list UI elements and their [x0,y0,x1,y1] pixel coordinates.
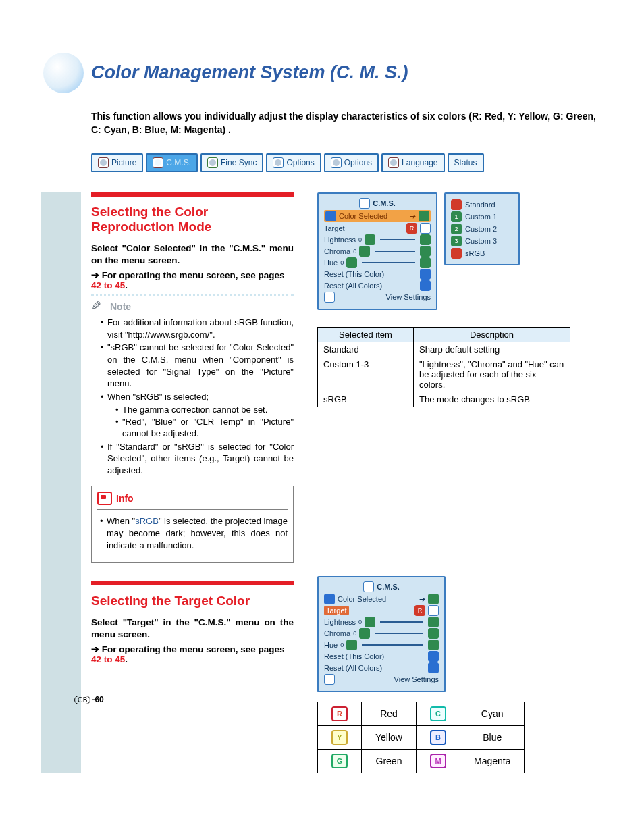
osd2-row-chroma[interactable]: Chroma0 [324,628,439,639]
osd-row-hue[interactable]: Hue0 [324,257,431,268]
right-icon [419,211,429,221]
note-item: For additional information about sRGB fu… [101,317,294,340]
note-list: For additional information about sRGB fu… [101,317,294,476]
osd2-row-hue[interactable]: Hue0 [324,640,439,650]
cms-icon [363,581,374,592]
note-subitem: "Red", "Blue" or "CLR Temp" in "Picture"… [115,416,294,440]
swatch-red: R [318,702,362,726]
section1-title: Selecting the Color Reproduction Mode [91,205,294,234]
osd-row-reset-this[interactable]: Reset (This Color) [324,269,431,280]
osd2-row-lightness[interactable]: Lightness0 [324,617,439,627]
swatch-cyan: C [416,702,460,726]
enter-icon [420,280,431,291]
view-icon [324,292,335,303]
cms-icon [359,198,370,209]
decorative-circle [43,53,84,93]
info-box: Info When "sRGB" is selected, the projec… [91,486,294,563]
popup-item-custom1[interactable]: 1Custom 1 [451,211,513,222]
description-table: Selected item Description StandardSharp … [317,327,570,407]
desc-header-item: Selected item [318,328,414,342]
right-icon [428,594,439,604]
swatch-green: G [318,750,362,773]
section1-lead: Select "Color Selected" in the "C.M.S." … [91,242,294,267]
enter-icon [428,651,439,662]
tab-picture[interactable]: Picture [91,153,143,172]
osd-menu-2: C.M.S. Color Selected ➔ TargetR Lightnes… [317,576,446,692]
options-icon [331,157,342,168]
osd-popup: Standard 1Custom 1 2Custom 2 3Custom 3 s… [444,192,520,265]
page-footer: GB-60 [74,695,294,704]
marker-icon: 2 [451,224,462,234]
marker-icon [451,199,462,210]
label-yellow: Yellow [362,726,417,750]
label-green: Green [362,750,417,773]
osd2-row-reset-this[interactable]: Reset (This Color) [324,651,439,662]
color-swatch-table: R Red C Cyan Y Yellow B Blue G Green M M… [317,702,525,773]
swatch-icon: M [430,754,446,768]
note-item: If "Standard" or "sRGB" is selected for … [101,441,294,477]
menu-tab-bar: Picture C.M.S. Fine Sync Options Options… [91,153,603,172]
r-icon: R [414,605,425,616]
osd2-row-target[interactable]: TargetR [324,605,439,616]
tab-language[interactable]: Language [381,153,444,172]
tab-cms[interactable]: C.M.S. [146,153,198,172]
options-icon [273,157,284,168]
note-item: When "sRGB" is selected; The gamma corre… [101,391,294,440]
popup-item-custom2[interactable]: 2Custom 2 [451,224,513,234]
osd-menu-1: C.M.S. Color Selected ➔ TargetR Lightnes… [317,192,437,310]
swatch-icon: Y [331,730,348,745]
note-header: Note [91,301,294,313]
popup-item-standard[interactable]: Standard [451,199,513,210]
osd-cluster-1: C.M.S. Color Selected ➔ TargetR Lightnes… [317,192,603,310]
osd2-row-reset-all[interactable]: Reset (All Colors) [324,662,439,673]
swatch-icon: B [430,730,446,745]
tab-fine-sync[interactable]: Fine Sync [200,153,263,172]
osd-row-lightness[interactable]: Lightness0 [324,234,431,245]
label-cyan: Cyan [460,702,524,726]
osd2-row-color-selected[interactable]: Color Selected ➔ [324,594,439,604]
swatch-yellow: Y [318,726,362,750]
popup-item-custom3[interactable]: 3Custom 3 [451,236,513,246]
section2-lead: Select "Target" in the "C.M.S." menu on … [91,617,294,641]
srgb-link[interactable]: sRGB [135,516,159,526]
osd-row-view-settings[interactable]: View Settings [324,292,431,303]
section-divider [91,581,294,585]
swatch-blue: B [416,726,460,750]
note-item: "sRGB" cannot be selected for "Color Sel… [101,342,294,389]
marker-icon: 3 [451,236,462,246]
enter-icon [428,662,439,673]
intro-text: This function allows you individually ad… [91,110,603,136]
section-divider [91,192,294,197]
swatch-icon: R [331,706,348,721]
marker-icon: 1 [451,211,462,222]
desc-header-desc: Description [414,328,570,342]
tab-options-2[interactable]: Options [324,153,379,172]
note-subitem: The gamma correction cannot be set. [115,404,294,416]
picture-icon [98,157,109,168]
r-icon: R [406,223,417,234]
osd-row-chroma[interactable]: Chroma0 [324,246,431,257]
finesync-icon [207,157,218,168]
page-title: Color Management System (C. M. S.) [91,47,603,83]
dotted-separator [91,294,294,296]
cms-icon [153,157,163,168]
label-blue: Blue [460,726,524,750]
tab-status[interactable]: Status [448,153,484,172]
swatch-icon: G [331,754,348,768]
section1-operating: ➔ For operating the menu screen, see pag… [91,269,294,290]
swatch-magenta: M [416,750,460,773]
osd-row-reset-all[interactable]: Reset (All Colors) [324,280,431,291]
marker-icon [451,248,462,259]
slider-icon [380,239,415,240]
section2-operating: ➔ For operating the menu screen, see pag… [91,644,294,664]
swatch-icon: C [430,706,446,721]
popup-item-srgb[interactable]: sRGB [451,248,513,259]
enter-icon [420,269,431,280]
osd2-row-view-settings[interactable]: View Settings [324,674,439,685]
left-shade [41,192,81,773]
osd-row-color-selected[interactable]: Color Selected ➔ [324,210,431,222]
language-icon [388,157,399,168]
osd-row-target[interactable]: TargetR [324,223,431,234]
enter-icon [325,211,336,221]
tab-options-1[interactable]: Options [266,153,321,172]
